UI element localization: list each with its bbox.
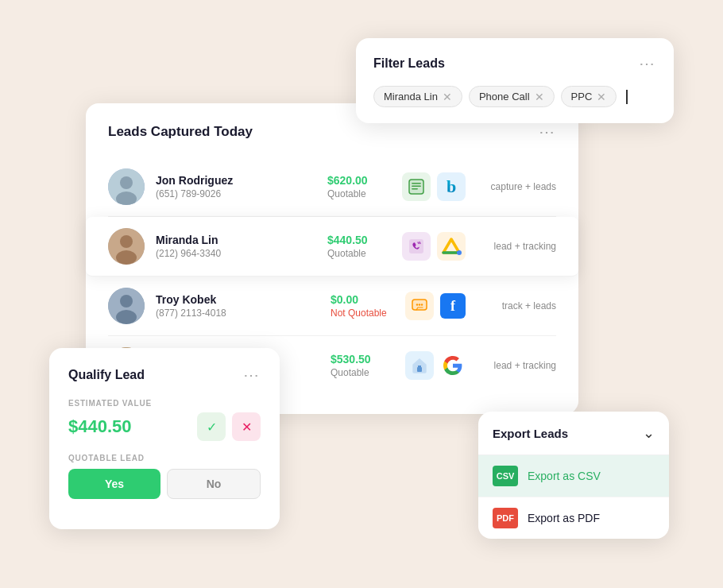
icon-call-miranda [402, 232, 431, 261]
avatar-miranda [108, 228, 145, 265]
lead-tag-troy: track + leads [477, 300, 556, 311]
lead-phone-miranda: (212) 964-3340 [156, 248, 316, 259]
svg-point-17 [120, 295, 133, 308]
lead-quotable-miranda: Quotable [327, 248, 391, 259]
lead-info-troy: Troy Kobek (877) 2113-4018 [156, 293, 319, 319]
svg-point-21 [416, 304, 418, 305]
qualify-value-row: $440.50 ✓ ✕ [68, 412, 261, 441]
qualify-reject-button[interactable]: ✕ [232, 412, 261, 441]
qualify-card-menu[interactable]: ⋯ [243, 366, 261, 385]
lead-quotable-jon: Quotable [327, 188, 391, 199]
export-csv-label: Export as CSV [528, 470, 601, 482]
quotable-yes-button[interactable]: Yes [68, 469, 160, 499]
export-pdf-option[interactable]: PDF Export as PDF [478, 497, 669, 539]
lead-tag-jon: capture + leads [477, 181, 556, 192]
qualify-quotable-section: QUOTABLE LEAD Yes No [68, 454, 261, 499]
lead-info-miranda: Miranda Lin (212) 964-3340 [156, 234, 316, 259]
lead-amount-emily: $530.50 [331, 353, 394, 366]
lead-phone-troy: (877) 2113-4018 [156, 308, 319, 319]
chip-miranda[interactable]: Miranda Lin ✕ [373, 86, 462, 107]
chip-ppc[interactable]: PPC ✕ [561, 86, 617, 107]
icon-google-ads-miranda [437, 232, 466, 261]
chip-phone-call[interactable]: Phone Call ✕ [469, 86, 555, 107]
svg-point-10 [116, 250, 137, 265]
export-csv-option[interactable]: CSV Export as CSV [478, 455, 669, 497]
lead-row-troy[interactable]: Troy Kobek (877) 2113-4018 $0.00 Not Quo… [108, 277, 556, 336]
filter-card: Filter Leads ⋯ Miranda Lin ✕ Phone Call … [356, 38, 674, 123]
lead-amount-miranda: $440.50 [327, 234, 391, 246]
svg-marker-12 [443, 239, 459, 253]
svg-rect-27 [417, 367, 422, 372]
svg-point-22 [419, 304, 420, 305]
lead-name-troy: Troy Kobek [156, 293, 319, 306]
filter-input-cursor [626, 90, 628, 104]
lead-quotable-emily: Quotable [331, 367, 394, 378]
filter-card-menu[interactable]: ⋯ [639, 54, 656, 73]
quotable-label: QUOTABLE LEAD [68, 454, 261, 462]
qualify-amount: $440.50 [68, 416, 191, 437]
export-pdf-label: Export as PDF [528, 512, 600, 524]
svg-point-23 [421, 304, 423, 305]
svg-rect-4 [412, 183, 421, 184]
lead-amount-troy: $0.00 [331, 293, 394, 306]
leads-card-title: Leads Captured Today [108, 124, 253, 140]
export-title: Export Leads [493, 427, 568, 440]
svg-rect-11 [409, 239, 423, 253]
icon-google-emily [440, 353, 466, 378]
pdf-icon: PDF [493, 508, 518, 528]
quotable-no-button[interactable]: No [167, 469, 261, 499]
qualify-header: Qualify Lead ⋯ [68, 366, 261, 385]
lead-phone-jon: (651) 789-9026 [156, 188, 316, 199]
leads-card-menu[interactable]: ⋯ [539, 122, 556, 141]
chip-ppc-remove[interactable]: ✕ [597, 91, 606, 103]
export-header[interactable]: Export Leads ⌄ [478, 412, 669, 455]
avatar-jon [108, 168, 145, 205]
chip-phone-remove[interactable]: ✕ [535, 91, 544, 103]
bing-icon: b [447, 176, 456, 197]
lead-tag-miranda: lead + tracking [477, 241, 556, 252]
lead-icons-jon: b [402, 172, 466, 201]
lead-info-jon: Jon Rodriguez (651) 789-9026 [156, 174, 316, 199]
avatar-troy [108, 288, 145, 324]
icon-sms-troy [405, 292, 434, 320]
qualify-value-section: ESTIMATED VALUE $440.50 ✓ ✕ [68, 399, 261, 441]
svg-point-9 [120, 235, 133, 248]
lead-value-miranda: $440.50 Quotable [327, 234, 391, 259]
icon-facebook-troy: f [440, 293, 466, 319]
lead-name-miranda: Miranda Lin [156, 234, 316, 246]
quotable-buttons: Yes No [68, 469, 261, 499]
filter-chips: Miranda Lin ✕ Phone Call ✕ PPC ✕ [373, 86, 656, 107]
lead-tag-emily: lead + tracking [477, 360, 556, 371]
lead-icons-troy: f [405, 292, 466, 320]
leads-card-header: Leads Captured Today ⋯ [108, 122, 556, 141]
qualify-title: Qualify Lead [68, 368, 145, 382]
lead-row-miranda[interactable]: Miranda Lin (212) 964-3340 $440.50 Quota… [86, 217, 578, 277]
svg-point-1 [120, 176, 133, 189]
lead-value-jon: $620.00 Quotable [327, 174, 391, 199]
export-options: CSV Export as CSV PDF Export as PDF [478, 455, 669, 539]
chip-miranda-remove[interactable]: ✕ [443, 91, 452, 103]
lead-row-jon[interactable]: Jon Rodriguez (651) 789-9026 $620.00 Quo… [108, 157, 556, 217]
lead-name-jon: Jon Rodriguez [156, 174, 316, 187]
chip-phone-label: Phone Call [479, 91, 530, 103]
svg-point-15 [457, 250, 462, 255]
svg-rect-6 [412, 188, 418, 190]
lead-icons-miranda [402, 232, 466, 261]
icon-form-jon [402, 172, 431, 201]
csv-icon: CSV [493, 466, 518, 486]
filter-card-header: Filter Leads ⋯ [373, 54, 656, 73]
lead-quotable-troy: Not Quotable [331, 308, 394, 319]
qualify-value-label: ESTIMATED VALUE [68, 399, 261, 408]
lead-icons-emily [405, 351, 466, 380]
export-card: Export Leads ⌄ CSV Export as CSV PDF Exp… [478, 412, 669, 539]
svg-point-18 [116, 310, 137, 324]
svg-rect-5 [412, 186, 421, 188]
qualify-check-button[interactable]: ✓ [197, 412, 226, 441]
lead-amount-jon: $620.00 [327, 174, 391, 187]
export-chevron-icon: ⌄ [643, 424, 655, 442]
icon-bing-jon: b [437, 172, 466, 201]
lead-value-emily: $530.50 Quotable [331, 353, 394, 378]
lead-value-troy: $0.00 Not Quotable [331, 293, 394, 319]
chip-miranda-label: Miranda Lin [384, 91, 438, 103]
qualify-card: Qualify Lead ⋯ ESTIMATED VALUE $440.50 ✓… [49, 348, 280, 529]
